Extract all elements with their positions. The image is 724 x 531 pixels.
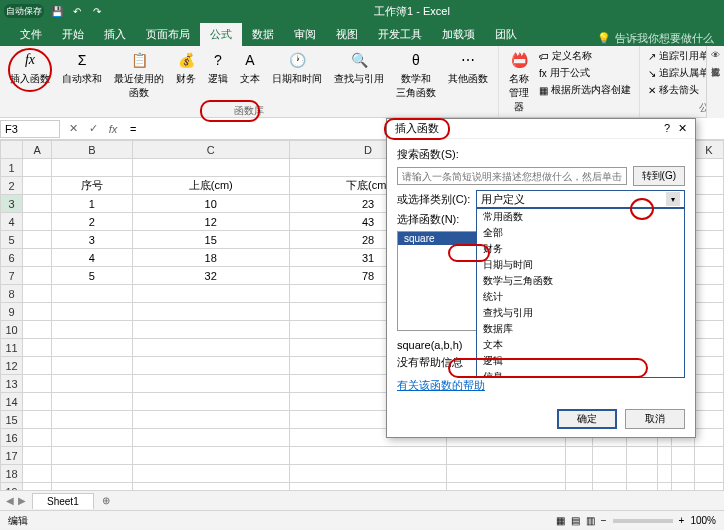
zoom-out-icon[interactable]: −	[601, 515, 607, 526]
go-button[interactable]: 转到(G)	[633, 166, 685, 186]
cell[interactable]: 上底(cm)	[132, 177, 289, 195]
category-option[interactable]: 文本	[477, 337, 684, 353]
lookup-button[interactable]: 🔍查找与引用	[330, 48, 388, 102]
category-option[interactable]: 全部	[477, 225, 684, 241]
zoom-slider[interactable]	[613, 519, 673, 523]
tab-formula[interactable]: 公式	[200, 23, 242, 46]
undo-icon[interactable]: ↶	[70, 4, 84, 18]
cell[interactable]: 5	[52, 267, 132, 285]
cell[interactable]: 15	[132, 231, 289, 249]
cell[interactable]: 10	[132, 195, 289, 213]
col-header[interactable]: K	[694, 141, 723, 159]
row-header[interactable]: 13	[1, 375, 23, 393]
enter-formula-icon[interactable]: ✓	[84, 120, 102, 138]
recent-functions-button[interactable]: 📋最近使用的 函数	[110, 48, 168, 102]
cell[interactable]: 3	[52, 231, 132, 249]
dialog-close-icon[interactable]: ✕	[678, 122, 687, 135]
watch-window-button[interactable]: 👁监视窗	[706, 46, 724, 118]
financial-button[interactable]: 💰财务	[172, 48, 200, 102]
cancel-button[interactable]: 取消	[625, 409, 685, 429]
row-header[interactable]: 19	[1, 483, 23, 491]
category-option[interactable]: 数学与三角函数	[477, 273, 684, 289]
name-manager-button[interactable]: 📛名称 管理器	[505, 48, 533, 116]
cell[interactable]: 4	[52, 249, 132, 267]
math-button[interactable]: θ数学和 三角函数	[392, 48, 440, 102]
cell[interactable]: 32	[132, 267, 289, 285]
view-layout-icon[interactable]: ▤	[571, 515, 580, 526]
save-icon[interactable]: 💾	[50, 4, 64, 18]
category-option[interactable]: 信息	[477, 369, 684, 378]
row-header[interactable]: 5	[1, 231, 23, 249]
row-header[interactable]: 6	[1, 249, 23, 267]
cell[interactable]: 序号	[52, 177, 132, 195]
row-header[interactable]: 11	[1, 339, 23, 357]
tab-review[interactable]: 审阅	[284, 23, 326, 46]
tab-dev[interactable]: 开发工具	[368, 23, 432, 46]
col-header[interactable]: B	[52, 141, 132, 159]
ok-button[interactable]: 确定	[557, 409, 617, 429]
row-header[interactable]: 18	[1, 465, 23, 483]
row-header[interactable]: 14	[1, 393, 23, 411]
logical-button[interactable]: ?逻辑	[204, 48, 232, 102]
tell-me-search[interactable]: 💡 告诉我你想要做什么	[597, 31, 724, 46]
row-header[interactable]: 8	[1, 285, 23, 303]
category-option[interactable]: 日期与时间	[477, 257, 684, 273]
name-box[interactable]: F3	[0, 120, 60, 138]
define-name-button[interactable]: 🏷定义名称	[537, 48, 633, 64]
next-sheet-icon[interactable]: ▶	[18, 495, 26, 506]
cell[interactable]: 1	[52, 195, 132, 213]
tab-file[interactable]: 文件	[10, 23, 52, 46]
tab-data[interactable]: 数据	[242, 23, 284, 46]
row-header[interactable]: 10	[1, 321, 23, 339]
row-header[interactable]: 16	[1, 429, 23, 447]
datetime-button[interactable]: 🕐日期和时间	[268, 48, 326, 102]
category-select[interactable]: 用户定义 ▾	[476, 190, 685, 208]
row-header[interactable]: 4	[1, 213, 23, 231]
tab-insert[interactable]: 插入	[94, 23, 136, 46]
select-all-corner[interactable]	[1, 141, 23, 159]
category-option[interactable]: 财务	[477, 241, 684, 257]
dialog-help-icon[interactable]: ?	[664, 122, 670, 135]
zoom-in-icon[interactable]: +	[679, 515, 685, 526]
row-header[interactable]: 3	[1, 195, 23, 213]
autosave-toggle[interactable]: 自动保存	[4, 4, 44, 18]
cell[interactable]: 12	[132, 213, 289, 231]
category-option[interactable]: 数据库	[477, 321, 684, 337]
cell[interactable]: 2	[52, 213, 132, 231]
row-header[interactable]: 9	[1, 303, 23, 321]
row-header[interactable]: 12	[1, 357, 23, 375]
col-header[interactable]: A	[23, 141, 52, 159]
autosum-button[interactable]: Σ自动求和	[58, 48, 106, 102]
cancel-formula-icon[interactable]: ✕	[64, 120, 82, 138]
insert-function-button[interactable]: fx插入函数	[6, 48, 54, 102]
search-function-input[interactable]	[397, 167, 627, 185]
fx-bar-icon[interactable]: fx	[104, 120, 122, 138]
redo-icon[interactable]: ↷	[90, 4, 104, 18]
category-option[interactable]: 查找与引用	[477, 305, 684, 321]
category-option[interactable]: 逻辑	[477, 353, 684, 369]
tab-layout[interactable]: 页面布局	[136, 23, 200, 46]
more-functions-button[interactable]: ⋯其他函数	[444, 48, 492, 102]
col-header[interactable]: C	[132, 141, 289, 159]
row-header[interactable]: 1	[1, 159, 23, 177]
tab-addin[interactable]: 加载项	[432, 23, 485, 46]
use-in-formula-button[interactable]: fx用于公式	[537, 65, 633, 81]
text-button[interactable]: A文本	[236, 48, 264, 102]
prev-sheet-icon[interactable]: ◀	[6, 495, 14, 506]
view-normal-icon[interactable]: ▦	[556, 515, 565, 526]
category-option[interactable]: 常用函数	[477, 209, 684, 225]
category-option[interactable]: 统计	[477, 289, 684, 305]
row-header[interactable]: 15	[1, 411, 23, 429]
sheet-nav[interactable]: ◀▶	[0, 495, 32, 506]
tab-team[interactable]: 团队	[485, 23, 527, 46]
row-header[interactable]: 17	[1, 447, 23, 465]
tab-home[interactable]: 开始	[52, 23, 94, 46]
tab-view[interactable]: 视图	[326, 23, 368, 46]
sheet-tab[interactable]: Sheet1	[32, 493, 94, 509]
create-from-selection-button[interactable]: ▦根据所选内容创建	[537, 82, 633, 98]
zoom-level[interactable]: 100%	[690, 515, 716, 526]
row-header[interactable]: 7	[1, 267, 23, 285]
row-header[interactable]: 2	[1, 177, 23, 195]
add-sheet-button[interactable]: ⊕	[94, 495, 118, 506]
view-pagebreak-icon[interactable]: ▥	[586, 515, 595, 526]
